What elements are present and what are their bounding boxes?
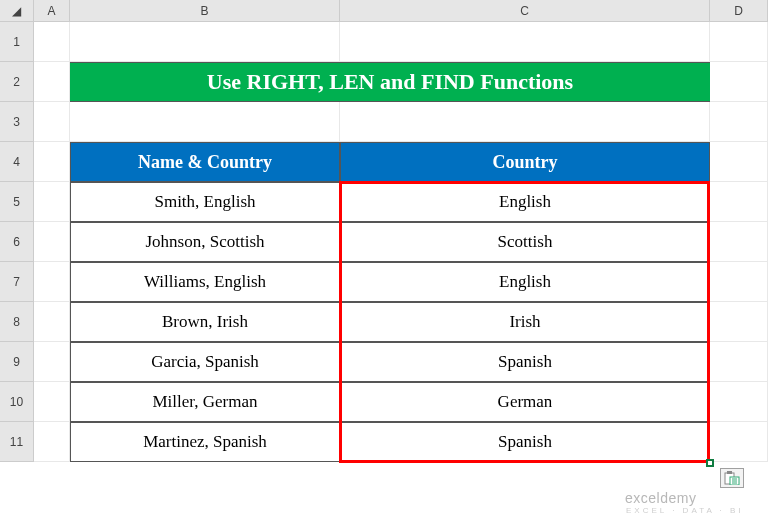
col-header-a[interactable]: A [34,0,70,22]
cell-a9[interactable] [34,342,70,382]
table-cell-name[interactable]: Brown, Irish [70,302,340,342]
row-header-5[interactable]: 5 [0,182,34,222]
header-name-country[interactable]: Name & Country [70,142,340,182]
cell-a7[interactable] [34,262,70,302]
table-cell-name[interactable]: Martinez, Spanish [70,422,340,462]
cell-c1[interactable] [340,22,710,62]
cell-a8[interactable] [34,302,70,342]
cell-b3[interactable] [70,102,340,142]
col-header-b[interactable]: B [70,0,340,22]
row-header-10[interactable]: 10 [0,382,34,422]
cell-d1[interactable] [710,22,768,62]
row-header-9[interactable]: 9 [0,342,34,382]
cell-d6[interactable] [710,222,768,262]
table-cell-country[interactable]: English [340,182,710,222]
cell-d10[interactable] [710,382,768,422]
row-header-2[interactable]: 2 [0,62,34,102]
cell-a3[interactable] [34,102,70,142]
cell-d2[interactable] [710,62,768,102]
row-header-6[interactable]: 6 [0,222,34,262]
cell-d8[interactable] [710,302,768,342]
select-all-corner[interactable]: ◢ [0,0,34,22]
row-header-3[interactable]: 3 [0,102,34,142]
fill-handle[interactable] [706,459,714,467]
cell-d5[interactable] [710,182,768,222]
table-cell-name[interactable]: Johnson, Scottish [70,222,340,262]
row-header-4[interactable]: 4 [0,142,34,182]
cell-a2[interactable] [34,62,70,102]
paste-options-button[interactable] [720,468,744,488]
row-header-11[interactable]: 11 [0,422,34,462]
table-cell-country[interactable]: Spanish [340,422,710,462]
table-cell-name[interactable]: Miller, German [70,382,340,422]
cell-c3[interactable] [340,102,710,142]
table-cell-country[interactable]: German [340,382,710,422]
cell-a10[interactable] [34,382,70,422]
table-cell-country[interactable]: English [340,262,710,302]
cell-d7[interactable] [710,262,768,302]
cell-a11[interactable] [34,422,70,462]
col-header-d[interactable]: D [710,0,768,22]
cell-b1[interactable] [70,22,340,62]
table-cell-country[interactable]: Irish [340,302,710,342]
table-cell-name[interactable]: Williams, English [70,262,340,302]
cell-a4[interactable] [34,142,70,182]
cell-d9[interactable] [710,342,768,382]
title-merged[interactable]: Use RIGHT, LEN and FIND Functions [70,62,710,102]
header-country[interactable]: Country [340,142,710,182]
watermark-text: exceldemy [625,490,696,506]
row-header-7[interactable]: 7 [0,262,34,302]
table-cell-country[interactable]: Spanish [340,342,710,382]
cell-a6[interactable] [34,222,70,262]
watermark-subtext: EXCEL · DATA · BI [626,506,744,515]
row-header-8[interactable]: 8 [0,302,34,342]
table-cell-name[interactable]: Smith, English [70,182,340,222]
cell-d11[interactable] [710,422,768,462]
paste-icon [724,471,740,485]
table-cell-name[interactable]: Garcia, Spanish [70,342,340,382]
col-header-c[interactable]: C [340,0,710,22]
cell-a1[interactable] [34,22,70,62]
table-cell-country[interactable]: Scottish [340,222,710,262]
spreadsheet-grid: ◢ A B C D 1 2 Use RIGHT, LEN and FIND Fu… [0,0,768,462]
cell-d4[interactable] [710,142,768,182]
row-header-1[interactable]: 1 [0,22,34,62]
svg-rect-1 [727,471,732,474]
cell-d3[interactable] [710,102,768,142]
cell-a5[interactable] [34,182,70,222]
